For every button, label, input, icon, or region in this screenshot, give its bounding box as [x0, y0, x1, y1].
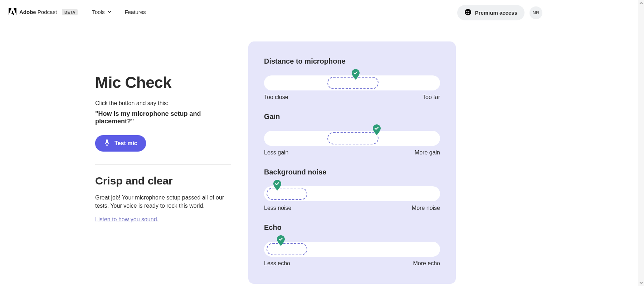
- premium-access-button[interactable]: Premium access: [457, 5, 525, 20]
- ideal-zone: [327, 132, 379, 144]
- metric-labels: Less echo More echo: [264, 260, 440, 267]
- marker-icon: [273, 180, 282, 192]
- metric-left-label: Too close: [264, 94, 288, 100]
- test-mic-button[interactable]: Test mic: [95, 135, 146, 152]
- page-content: Mic Check Click the button and say this:…: [0, 24, 551, 286]
- svg-rect-1: [106, 139, 108, 143]
- metric-left-label: Less gain: [264, 149, 289, 156]
- marker-icon: [277, 235, 285, 247]
- microphone-icon: [104, 139, 110, 147]
- nav-features-label: Features: [125, 9, 146, 15]
- metric-track: [264, 71, 440, 90]
- metric-right-label: More gain: [415, 149, 440, 156]
- topbar: Adobe Podcast BETA Tools Features Premiu…: [0, 0, 551, 24]
- marker-icon: [351, 69, 360, 81]
- metric-labels: Less gain More gain: [264, 149, 440, 156]
- metric: Echo Less echo More echo: [264, 223, 440, 267]
- metric-title: Distance to microphone: [264, 57, 440, 65]
- result-body: Great job! Your microphone setup passed …: [95, 193, 231, 210]
- avatar[interactable]: NR: [530, 6, 542, 19]
- result-title: Crisp and clear: [95, 175, 231, 187]
- page-title: Mic Check: [95, 74, 231, 92]
- avatar-initials: NR: [533, 10, 540, 15]
- globe-icon: [464, 9, 472, 17]
- lead-text: Click the button and say this:: [95, 100, 231, 107]
- top-right: Premium access NR: [457, 5, 542, 20]
- chevron-down-icon: [107, 9, 112, 15]
- metric: Gain Less gain More gain: [264, 113, 440, 156]
- metric-right-label: Too far: [423, 94, 440, 100]
- nav-tools[interactable]: Tools: [92, 9, 112, 15]
- nav: Tools Features: [92, 9, 146, 15]
- quote-text: "How is my microphone setup and placemen…: [95, 110, 231, 125]
- metric-labels: Too close Too far: [264, 94, 440, 100]
- left-column: Mic Check Click the button and say this:…: [95, 41, 231, 284]
- metric-left-label: Less noise: [264, 205, 292, 211]
- metric-right-label: More noise: [412, 205, 440, 211]
- metric-title: Background noise: [264, 168, 440, 176]
- metrics-panel: Distance to microphone Too close Too far…: [248, 41, 456, 284]
- metric: Background noise Less noise More noise: [264, 168, 440, 211]
- metric-title: Gain: [264, 113, 440, 121]
- test-mic-label: Test mic: [114, 140, 137, 147]
- metric-right-label: More echo: [413, 260, 440, 267]
- metric-track: [264, 182, 440, 201]
- metric-title: Echo: [264, 223, 440, 232]
- divider: [95, 164, 231, 165]
- premium-label: Premium access: [475, 10, 517, 16]
- metric-labels: Less noise More noise: [264, 205, 440, 211]
- nav-tools-label: Tools: [92, 9, 104, 15]
- listen-link[interactable]: Listen to how you sound.: [95, 216, 158, 222]
- brand-text: Adobe Podcast: [19, 9, 57, 15]
- brand[interactable]: Adobe Podcast BETA: [9, 8, 78, 16]
- marker-icon: [372, 124, 381, 137]
- metric-track: [264, 237, 440, 257]
- metric-left-label: Less echo: [264, 260, 290, 267]
- ideal-zone: [267, 243, 307, 255]
- metric-track: [264, 127, 440, 146]
- metric: Distance to microphone Too close Too far: [264, 57, 440, 100]
- nav-features[interactable]: Features: [125, 9, 146, 15]
- svg-point-0: [465, 9, 471, 15]
- adobe-logo-icon: [9, 8, 16, 16]
- beta-badge: BETA: [62, 9, 78, 15]
